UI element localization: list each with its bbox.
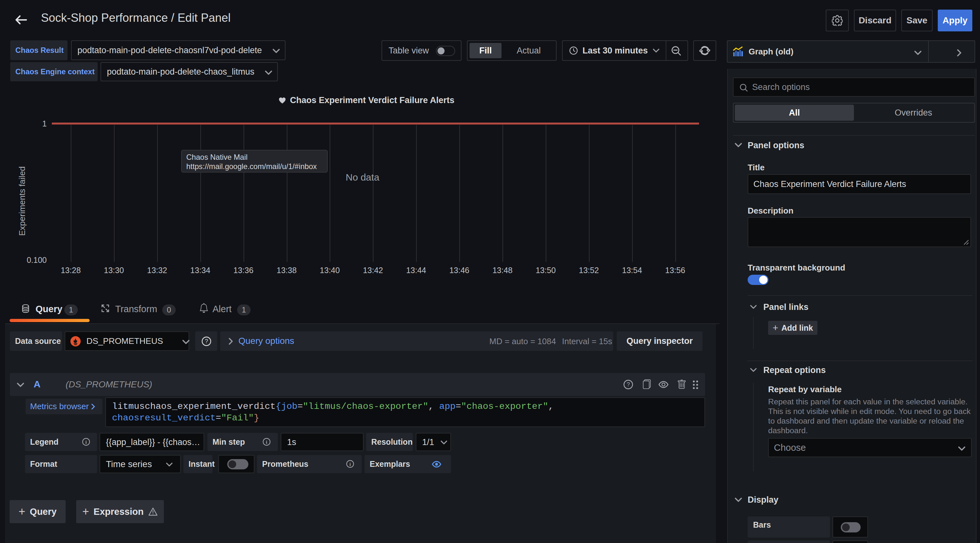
svg-text:?: ? bbox=[627, 381, 630, 388]
svg-text:i: i bbox=[266, 439, 267, 445]
svg-text:i: i bbox=[86, 439, 87, 445]
svg-text:?: ? bbox=[205, 338, 208, 344]
svg-text:i: i bbox=[350, 461, 351, 467]
